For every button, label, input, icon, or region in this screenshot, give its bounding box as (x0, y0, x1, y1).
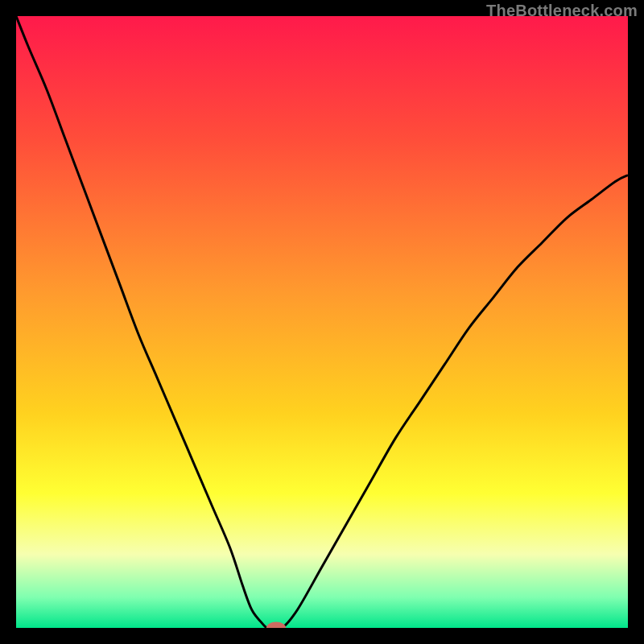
chart-frame: TheBottleneck.com (0, 0, 644, 644)
chart-plot (16, 16, 628, 628)
chart-background (16, 16, 628, 628)
watermark-text: TheBottleneck.com (486, 2, 638, 20)
